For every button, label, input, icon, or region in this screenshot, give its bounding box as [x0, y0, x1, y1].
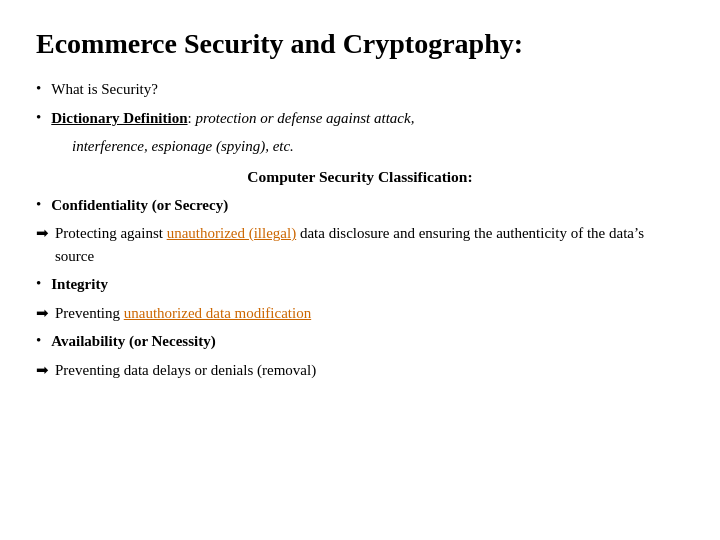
bullet-dot-1: •	[36, 80, 41, 97]
bullet-text-1: What is Security?	[51, 78, 158, 101]
bullet-dot-4: •	[36, 275, 41, 292]
bullet-integrity: • Integrity	[36, 273, 684, 296]
arrow-integrity: ➡ Preventing unauthorized data modificat…	[36, 302, 684, 325]
slide: Ecommerce Security and Cryptography: • W…	[0, 0, 720, 540]
conf-bold: Confidentiality (or Secrecy)	[51, 197, 228, 213]
bullet-text-2: Dictionary Definition: protection or def…	[51, 107, 414, 130]
dict-italic: protection or defense against attack,	[195, 110, 414, 126]
center-heading: Computer Security Classification:	[36, 168, 684, 186]
bullet-dictionary: • Dictionary Definition: protection or d…	[36, 107, 684, 130]
bullet-confidentiality: • Confidentiality (or Secrecy)	[36, 194, 684, 217]
bullet-availability: • Availability (or Necessity)	[36, 330, 684, 353]
dict-line-two: interference, espionage (spying), etc.	[36, 135, 684, 158]
arrow-confidentiality: ➡ Protecting against unauthorized (illeg…	[36, 222, 684, 267]
arrow-symbol-3: ➡	[36, 361, 49, 379]
bullet-text-4: Integrity	[51, 273, 108, 296]
bullet-text-5: Availability (or Necessity)	[51, 330, 215, 353]
availability-bold: Availability (or Necessity)	[51, 333, 215, 349]
arrow-content-3: Preventing data delays or denials (remov…	[55, 359, 316, 382]
bullet-text-3: Confidentiality (or Secrecy)	[51, 194, 228, 217]
integrity-bold: Integrity	[51, 276, 108, 292]
arrow-availability: ➡ Preventing data delays or denials (rem…	[36, 359, 684, 382]
dict-italic-two: interference, espionage (spying), etc.	[72, 138, 294, 154]
orange-unauthorized-illegal: unauthorized (illegal)	[167, 225, 297, 241]
arrow-content-1: Protecting against unauthorized (illegal…	[55, 222, 684, 267]
slide-title: Ecommerce Security and Cryptography:	[36, 28, 684, 60]
orange-unauthorized-mod: unauthorized data modification	[124, 305, 311, 321]
bullet-dot-2: •	[36, 109, 41, 126]
arrow-symbol-1: ➡	[36, 224, 49, 242]
arrow-symbol-2: ➡	[36, 304, 49, 322]
arrow-content-2: Preventing unauthorized data modificatio…	[55, 302, 311, 325]
bullet-dot-3: •	[36, 196, 41, 213]
bullet-what-is-security: • What is Security?	[36, 78, 684, 101]
dict-bold: Dictionary Definition	[51, 110, 187, 126]
bullet-dot-5: •	[36, 332, 41, 349]
